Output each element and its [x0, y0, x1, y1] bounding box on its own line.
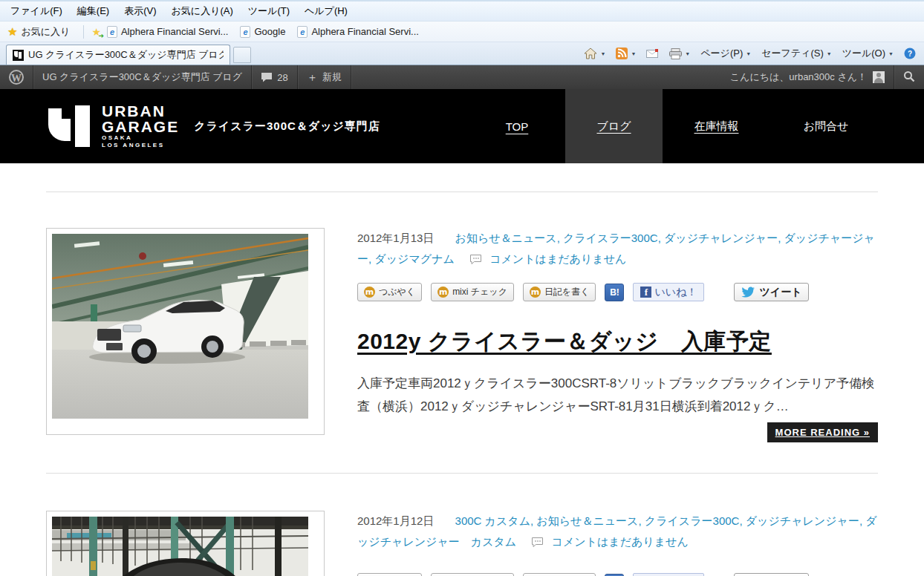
favorites-star-icon: ★ — [7, 25, 17, 39]
nav-item-stock[interactable]: 在庫情報 — [663, 89, 770, 163]
mixi-check-button[interactable]: mmixi チェック — [431, 283, 514, 301]
mixi-tsubuyaku-button[interactable]: mつぶやく — [357, 283, 422, 301]
help-icon: ? — [904, 48, 916, 59]
admin-search-button[interactable] — [894, 65, 924, 89]
svg-text:?: ? — [908, 50, 912, 58]
post-2-thumbnail[interactable] — [46, 511, 325, 576]
mixi-diary-button[interactable]: m日記を書く — [523, 283, 596, 301]
post-2-social-buttons: mつぶやく mmixi チェック m日記を書く B! fいいね！ ツイート — [357, 573, 878, 576]
menu-file[interactable]: ファイル(F) — [3, 1, 70, 21]
site-header: URBAN GARAGE OSAKA LOS ANGELES クライスラー300… — [0, 89, 924, 163]
search-icon — [903, 71, 915, 85]
post-comments-link[interactable]: コメントはまだありません — [469, 252, 626, 265]
page-menu-button[interactable]: ページ(P)▼ — [695, 42, 756, 65]
command-bar: ▼ ▼ ▼ ページ(P)▼ セーフティ(S)▼ ツール(O)▼ — [579, 42, 924, 65]
post-1-meta: 2012年1月13日 お知らせ＆ニュース, クライスラー300C, ダッジチャレ… — [357, 228, 878, 269]
menu-help[interactable]: ヘルプ(H) — [297, 1, 355, 21]
printer-icon — [669, 48, 682, 59]
ie-page-icon: e — [240, 26, 250, 38]
facebook-icon: f — [640, 287, 651, 298]
divider — [351, 65, 351, 89]
comment-bubble-icon — [469, 254, 482, 265]
mail-icon — [646, 49, 659, 59]
add-favorite-icon[interactable]: ★➜ — [91, 26, 101, 38]
admin-site-title[interactable]: UG クライスラー300C＆ダッジ専門店 ブログ — [33, 65, 251, 89]
comment-bubble-icon — [531, 537, 544, 548]
twitter-icon — [741, 287, 755, 298]
post-1-social-buttons: mつぶやく mmixi チェック m日記を書く B! fいいね！ ツイート — [357, 283, 878, 302]
menu-view[interactable]: 表示(V) — [117, 1, 163, 21]
admin-account-button[interactable]: こんにちは、urban300c さん！ — [721, 65, 894, 89]
mixi-diary-button[interactable]: m日記を書く — [523, 573, 596, 576]
nav-item-top[interactable]: TOP — [469, 89, 565, 163]
wordpress-logo-icon: W — [9, 70, 24, 85]
blog-post-1: 2012年1月13日 お知らせ＆ニュース, クライスラー300C, ダッジチャレ… — [46, 192, 878, 473]
mixi-tsubuyaku-button[interactable]: mつぶやく — [357, 573, 422, 576]
mixi-icon: m — [530, 287, 541, 298]
menu-tools[interactable]: ツール(T) — [241, 1, 297, 21]
facebook-like-button[interactable]: fいいね！ — [633, 283, 704, 301]
site-tagline: クライスラー300C＆ダッジ専門店 — [194, 120, 380, 134]
post-date: 2012年1月13日 — [357, 232, 434, 244]
print-button[interactable]: ▼ — [664, 42, 695, 65]
favorites-button[interactable]: お気に入り — [21, 25, 70, 39]
garage-photo-dark-car — [52, 517, 308, 576]
menu-edit[interactable]: 編集(E) — [70, 1, 117, 21]
post-1-thumbnail[interactable] — [46, 228, 325, 435]
divider — [83, 25, 84, 39]
post-date: 2012年1月12日 — [357, 514, 434, 527]
nav-item-contact[interactable]: お問合せ — [770, 89, 882, 163]
logo-text-osaka: OSAKA — [102, 134, 179, 142]
ie-page-icon: e — [297, 26, 308, 38]
tab-title: UG クライスラー300C＆ダッジ専門店 ブログ |... — [28, 48, 224, 62]
rss-icon — [616, 48, 628, 59]
site-logo[interactable]: URBAN GARAGE OSAKA LOS ANGELES クライスラー300… — [48, 89, 380, 163]
logo-text-garage: GARAGE — [102, 119, 179, 134]
avatar — [873, 71, 885, 83]
admin-comments-button[interactable]: 28 — [252, 65, 296, 89]
plus-icon: ＋ — [307, 71, 318, 85]
comment-bubble-icon — [261, 72, 273, 82]
nav-item-blog[interactable]: ブログ — [565, 89, 663, 163]
facebook-like-button[interactable]: fいいね！ — [633, 573, 704, 576]
tweet-button[interactable]: ツイート — [734, 283, 809, 301]
browser-tab[interactable]: UG クライスラー300C＆ダッジ専門店 ブログ |... — [6, 45, 230, 65]
wp-logo-button[interactable]: W — [0, 65, 33, 89]
tweet-button[interactable]: ツイート — [734, 573, 809, 576]
ie-page-icon: e — [107, 26, 117, 38]
new-tab-button[interactable] — [233, 47, 251, 63]
menu-favorites[interactable]: お気に入り(A) — [164, 1, 241, 21]
help-button[interactable]: ? — [899, 42, 921, 65]
home-icon — [584, 48, 597, 59]
admin-bar-right: こんにちは、urban300c さん！ — [721, 65, 924, 89]
urban-garage-logo-icon — [48, 105, 91, 147]
tab-bar: UG クライスラー300C＆ダッジ専門店 ブログ |... ▼ ▼ ▼ ページ(… — [0, 42, 924, 65]
garage-photo-white-chrysler — [52, 234, 308, 419]
blog-content: 2012年1月13日 お知らせ＆ニュース, クライスラー300C, ダッジチャレ… — [46, 192, 878, 576]
blog-post-2: 2012年1月12日 300C カスタム, お知らせ＆ニュース, クライスラー3… — [46, 473, 878, 576]
post-1-title[interactable]: 2012y クライスラー＆ダッジ 入庫予定 — [357, 327, 878, 357]
post-comments-link[interactable]: コメントはまだありません — [531, 535, 688, 548]
read-mail-button[interactable] — [641, 42, 664, 65]
logo-text-urban: URBAN — [102, 103, 179, 119]
post-1-excerpt: 入庫予定車両2012ｙクライスラー300CSRT-8ソリットブラックブラックイン… — [357, 372, 878, 419]
admin-new-button[interactable]: ＋ 新規 — [298, 65, 351, 89]
hatena-bookmark-button[interactable]: B! — [605, 284, 624, 301]
rss-button[interactable]: ▼ — [611, 42, 641, 65]
logo-text-losangeles: LOS ANGELES — [102, 142, 179, 149]
site-favicon — [13, 50, 24, 61]
favorite-link-3[interactable]: e Alphera Financial Servi... — [297, 26, 419, 38]
post-2-meta: 2012年1月12日 300C カスタム, お知らせ＆ニュース, クライスラー3… — [357, 511, 878, 552]
post-1-more-button[interactable]: MORE READING » — [767, 422, 878, 442]
browser-menu-bar: ファイル(F) 編集(E) 表示(V) お気に入り(A) ツール(T) ヘルプ(… — [0, 0, 924, 22]
mixi-icon: m — [437, 287, 449, 298]
favorite-link-2[interactable]: e Google — [240, 26, 285, 38]
favorite-link-1[interactable]: e Alphera Financial Servi... — [107, 26, 229, 38]
tools-menu-button[interactable]: ツール(O)▼ — [837, 42, 899, 65]
safety-menu-button[interactable]: セーフティ(S)▼ — [756, 42, 837, 65]
mixi-check-button[interactable]: mmixi チェック — [431, 573, 514, 576]
main-nav: TOP ブログ 在庫情報 お問合せ — [469, 89, 882, 163]
home-button[interactable]: ▼ — [579, 42, 611, 65]
wp-admin-bar: W UG クライスラー300C＆ダッジ専門店 ブログ 28 ＋ 新規 こんにちは… — [0, 65, 924, 89]
mixi-icon: m — [364, 287, 375, 298]
